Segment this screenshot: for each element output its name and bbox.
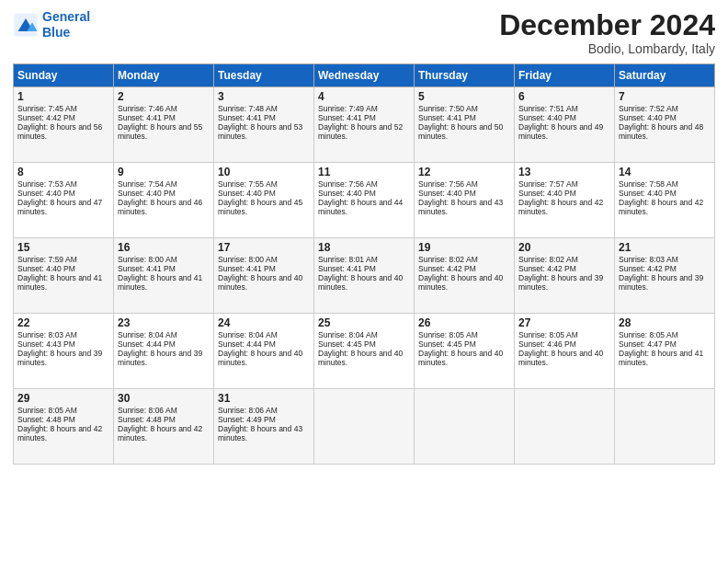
day-info: Sunrise: 7:48 AMSunset: 4:41 PMDaylight:… <box>218 104 302 141</box>
day-info: Sunrise: 7:54 AMSunset: 4:40 PMDaylight:… <box>118 179 202 216</box>
day-info: Sunrise: 7:52 AMSunset: 4:40 PMDaylight:… <box>619 104 703 141</box>
calendar-cell: 20Sunrise: 8:02 AMSunset: 4:42 PMDayligh… <box>515 238 615 314</box>
day-info: Sunrise: 8:05 AMSunset: 4:46 PMDaylight:… <box>518 330 603 367</box>
week-row: 15Sunrise: 7:59 AMSunset: 4:40 PMDayligh… <box>14 238 715 314</box>
day-info: Sunrise: 7:58 AMSunset: 4:40 PMDaylight:… <box>619 179 703 216</box>
day-info: Sunrise: 8:05 AMSunset: 4:48 PMDaylight:… <box>17 406 102 442</box>
day-number: 20 <box>518 241 610 254</box>
day-number: 27 <box>518 316 610 329</box>
day-info: Sunrise: 7:50 AMSunset: 4:41 PMDaylight:… <box>418 104 503 141</box>
day-number: 16 <box>118 241 210 254</box>
day-number: 15 <box>17 241 109 254</box>
day-info: Sunrise: 8:06 AMSunset: 4:49 PMDaylight:… <box>218 406 302 442</box>
calendar-cell: 9Sunrise: 7:54 AMSunset: 4:40 PMDaylight… <box>114 163 214 238</box>
calendar-cell: 4Sunrise: 7:49 AMSunset: 4:41 PMDaylight… <box>314 87 415 163</box>
calendar-cell: 21Sunrise: 8:03 AMSunset: 4:42 PMDayligh… <box>615 238 715 314</box>
day-number: 5 <box>418 90 510 103</box>
calendar-cell: 2Sunrise: 7:46 AMSunset: 4:41 PMDaylight… <box>114 87 214 163</box>
col-thursday: Thursday <box>415 64 515 87</box>
col-saturday: Saturday <box>615 64 715 87</box>
calendar-cell: 5Sunrise: 7:50 AMSunset: 4:41 PMDaylight… <box>415 87 515 163</box>
day-info: Sunrise: 7:56 AMSunset: 4:40 PMDaylight:… <box>418 179 503 216</box>
calendar-cell: 15Sunrise: 7:59 AMSunset: 4:40 PMDayligh… <box>14 238 114 314</box>
calendar-cell: 17Sunrise: 8:00 AMSunset: 4:41 PMDayligh… <box>214 238 314 314</box>
day-info: Sunrise: 7:57 AMSunset: 4:40 PMDaylight:… <box>518 179 603 216</box>
day-number: 22 <box>17 316 109 329</box>
calendar-cell: 25Sunrise: 8:04 AMSunset: 4:45 PMDayligh… <box>314 314 415 389</box>
day-info: Sunrise: 8:02 AMSunset: 4:42 PMDaylight:… <box>418 255 503 292</box>
day-info: Sunrise: 8:04 AMSunset: 4:44 PMDaylight:… <box>218 330 302 367</box>
calendar-cell: 23Sunrise: 8:04 AMSunset: 4:44 PMDayligh… <box>114 314 214 389</box>
day-number: 6 <box>518 90 610 103</box>
calendar-cell: 6Sunrise: 7:51 AMSunset: 4:40 PMDaylight… <box>515 87 615 163</box>
day-info: Sunrise: 8:00 AMSunset: 4:41 PMDaylight:… <box>218 255 302 292</box>
day-info: Sunrise: 8:03 AMSunset: 4:42 PMDaylight:… <box>619 255 703 292</box>
day-info: Sunrise: 8:04 AMSunset: 4:45 PMDaylight:… <box>318 330 403 367</box>
col-tuesday: Tuesday <box>214 64 314 87</box>
week-row: 22Sunrise: 8:03 AMSunset: 4:43 PMDayligh… <box>14 314 715 389</box>
week-row: 8Sunrise: 7:53 AMSunset: 4:40 PMDaylight… <box>14 163 715 238</box>
calendar-cell: 30Sunrise: 8:06 AMSunset: 4:48 PMDayligh… <box>114 389 214 465</box>
calendar-cell: 3Sunrise: 7:48 AMSunset: 4:41 PMDaylight… <box>214 87 314 163</box>
calendar-cell: 14Sunrise: 7:58 AMSunset: 4:40 PMDayligh… <box>615 163 715 238</box>
logo-icon <box>13 12 39 38</box>
calendar-cell: 19Sunrise: 8:02 AMSunset: 4:42 PMDayligh… <box>415 238 515 314</box>
calendar-cell: 22Sunrise: 8:03 AMSunset: 4:43 PMDayligh… <box>14 314 114 389</box>
day-number: 23 <box>118 316 210 329</box>
location: Bodio, Lombardy, Italy <box>499 41 715 56</box>
day-number: 12 <box>418 166 510 178</box>
day-info: Sunrise: 8:00 AMSunset: 4:41 PMDaylight:… <box>118 255 202 292</box>
week-row: 29Sunrise: 8:05 AMSunset: 4:48 PMDayligh… <box>14 389 715 465</box>
day-number: 24 <box>218 316 310 329</box>
day-number: 29 <box>17 392 109 405</box>
logo-text: General Blue <box>42 9 90 40</box>
calendar-cell: 29Sunrise: 8:05 AMSunset: 4:48 PMDayligh… <box>14 389 114 465</box>
calendar-cell: 7Sunrise: 7:52 AMSunset: 4:40 PMDaylight… <box>615 87 715 163</box>
day-number: 1 <box>17 90 109 103</box>
month-title: December 2024 <box>499 9 715 41</box>
day-info: Sunrise: 7:59 AMSunset: 4:40 PMDaylight:… <box>17 255 102 292</box>
day-info: Sunrise: 8:02 AMSunset: 4:42 PMDaylight:… <box>518 255 603 292</box>
day-number: 8 <box>17 166 109 178</box>
calendar-cell: 8Sunrise: 7:53 AMSunset: 4:40 PMDaylight… <box>14 163 114 238</box>
calendar-cell: 11Sunrise: 7:56 AMSunset: 4:40 PMDayligh… <box>314 163 415 238</box>
day-number: 10 <box>218 166 310 178</box>
day-number: 17 <box>218 241 310 254</box>
day-info: Sunrise: 8:06 AMSunset: 4:48 PMDaylight:… <box>118 406 202 442</box>
col-sunday: Sunday <box>14 64 114 87</box>
day-number: 11 <box>318 166 410 178</box>
day-info: Sunrise: 8:03 AMSunset: 4:43 PMDaylight:… <box>17 330 102 367</box>
day-number: 4 <box>318 90 410 103</box>
day-info: Sunrise: 7:56 AMSunset: 4:40 PMDaylight:… <box>318 179 403 216</box>
day-info: Sunrise: 8:05 AMSunset: 4:47 PMDaylight:… <box>619 330 703 367</box>
day-number: 31 <box>218 392 310 405</box>
calendar-cell: 28Sunrise: 8:05 AMSunset: 4:47 PMDayligh… <box>615 314 715 389</box>
day-number: 14 <box>619 166 711 178</box>
day-number: 3 <box>218 90 310 103</box>
calendar-cell <box>314 389 415 465</box>
title-area: December 2024 Bodio, Lombardy, Italy <box>499 9 715 56</box>
calendar-cell: 16Sunrise: 8:00 AMSunset: 4:41 PMDayligh… <box>114 238 214 314</box>
day-number: 19 <box>418 241 510 254</box>
day-info: Sunrise: 8:01 AMSunset: 4:41 PMDaylight:… <box>318 255 403 292</box>
day-info: Sunrise: 7:55 AMSunset: 4:40 PMDaylight:… <box>218 179 302 216</box>
col-friday: Friday <box>515 64 615 87</box>
day-info: Sunrise: 8:05 AMSunset: 4:45 PMDaylight:… <box>418 330 503 367</box>
day-number: 26 <box>418 316 510 329</box>
calendar-cell: 12Sunrise: 7:56 AMSunset: 4:40 PMDayligh… <box>415 163 515 238</box>
week-row: 1Sunrise: 7:45 AMSunset: 4:42 PMDaylight… <box>14 87 715 163</box>
day-number: 9 <box>118 166 210 178</box>
day-number: 13 <box>518 166 610 178</box>
header-row: Sunday Monday Tuesday Wednesday Thursday… <box>14 64 715 87</box>
col-monday: Monday <box>114 64 214 87</box>
day-number: 28 <box>619 316 711 329</box>
day-info: Sunrise: 7:46 AMSunset: 4:41 PMDaylight:… <box>118 104 202 141</box>
day-number: 25 <box>318 316 410 329</box>
header: General Blue December 2024 Bodio, Lombar… <box>13 9 715 56</box>
day-info: Sunrise: 7:53 AMSunset: 4:40 PMDaylight:… <box>17 179 102 216</box>
day-number: 30 <box>118 392 210 405</box>
day-number: 2 <box>118 90 210 103</box>
calendar-cell: 13Sunrise: 7:57 AMSunset: 4:40 PMDayligh… <box>515 163 615 238</box>
day-info: Sunrise: 7:49 AMSunset: 4:41 PMDaylight:… <box>318 104 403 141</box>
calendar-cell <box>415 389 515 465</box>
